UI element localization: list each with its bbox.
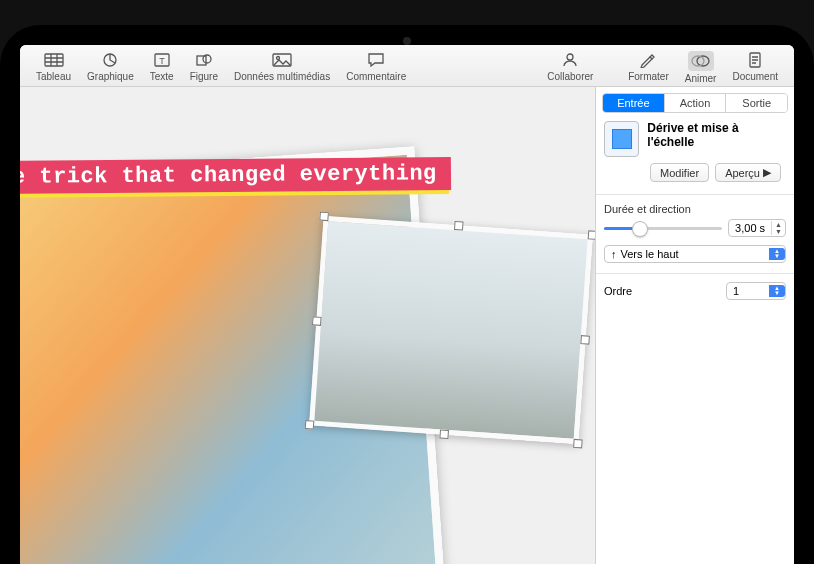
preview-button[interactable]: Aperçu ▶ [715,163,781,182]
shape-icon [193,51,215,69]
toolbar-media[interactable]: Données multimédias [226,51,338,82]
duration-label: Durée et direction [596,203,794,219]
toolbar-collaborate[interactable]: Collaborer [539,51,601,82]
toolbar-comment[interactable]: Commentaire [338,51,414,82]
toolbar-shape[interactable]: Figure [182,51,226,82]
effect-name: Dérive et mise à l'échelle [647,121,786,150]
media-icon [271,51,293,69]
svg-point-9 [203,55,211,63]
play-icon: ▶ [763,166,771,179]
toolbar-chart[interactable]: Graphique [79,51,142,82]
comment-icon [365,51,387,69]
direction-popup[interactable]: ↑ Vers le haut ▲▼ [604,245,786,263]
inspector-panel: Entrée Action Sortie Dérive et mise à l'… [595,87,794,564]
modify-button[interactable]: Modifier [650,163,709,182]
toolbar-document[interactable]: Document [724,51,786,84]
svg-rect-0 [45,54,63,66]
chevron-updown-icon: ▲▼ [769,248,785,260]
duration-field[interactable]: 3,00 s ▲▼ [728,219,786,237]
toolbar-text[interactable]: T Texte [142,51,182,82]
duration-stepper[interactable]: ▲▼ [771,221,785,235]
effect-thumbnail [604,121,639,157]
slide-canvas[interactable]: e trick that changed everything [20,87,595,564]
chart-icon [99,51,121,69]
toolbar-table[interactable]: Tableau [28,51,79,82]
svg-text:T: T [159,56,165,66]
arrow-up-icon: ↑ [611,248,617,260]
collaborate-icon [559,51,581,69]
animate-icon [688,51,714,71]
tab-build-out[interactable]: Sortie [725,94,787,112]
table-icon [43,51,65,69]
order-label: Ordre [604,285,632,297]
format-icon [637,51,659,69]
duration-slider[interactable] [604,220,722,236]
order-popup[interactable]: 1 ▲▼ [726,282,786,300]
toolbar-format[interactable]: Formater [620,51,677,84]
animation-tabs: Entrée Action Sortie [602,93,788,113]
document-icon [744,51,766,69]
chevron-updown-icon: ▲▼ [769,285,785,297]
toolbar: Tableau Graphique T Texte Figure Données… [20,45,794,87]
selection-handles [309,216,593,444]
title-banner[interactable]: e trick that changed everything [20,157,451,194]
svg-rect-8 [197,56,206,65]
text-icon: T [151,51,173,69]
svg-point-11 [277,57,280,60]
svg-point-12 [567,54,573,60]
tab-build-in[interactable]: Entrée [603,94,664,112]
toolbar-animate[interactable]: Animer [677,51,725,84]
tab-action[interactable]: Action [664,94,726,112]
